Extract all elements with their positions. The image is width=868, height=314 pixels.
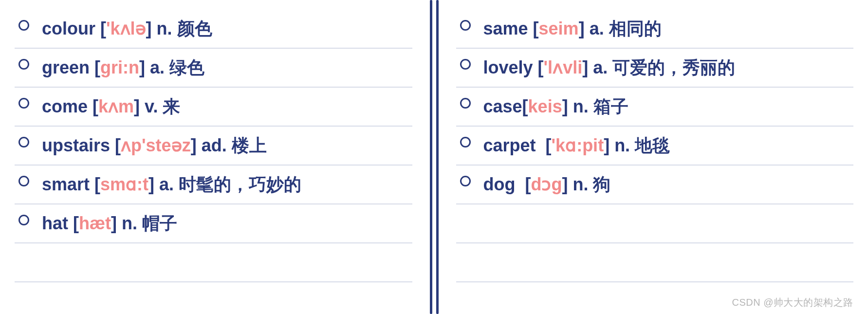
vocab-text: dog [dɔg] n. 狗 [483,176,611,193]
close-bracket: ] [139,57,150,77]
vocab-text: hat [hæt] n. 帽子 [42,215,177,232]
spine-line [436,0,439,314]
vocab-row: carpet ['kɑ:pit] n. 地毯 [456,127,854,166]
part-of-speech: a. [150,57,165,77]
bullet-icon [460,20,471,31]
vocab-row: lovely ['lʌvli] a. 可爱的，秀丽的 [456,49,854,88]
left-page: colour ['kʌlə] n. 颜色green [gri:n] a. 绿色c… [0,0,427,314]
vocab-text: case[keis] n. 箱子 [483,98,628,115]
open-bracket: [ [95,18,106,38]
bullet-icon [18,98,29,109]
bullet-icon [460,137,471,148]
open-bracket: [ [110,135,121,155]
bullet-icon [460,176,471,186]
vocab-row: hat [hæt] n. 帽子 [15,204,412,243]
part-of-speech: n. [122,213,137,233]
definition: 帽子 [137,213,177,233]
part-of-speech: a. [593,57,608,77]
close-bracket: ] [191,135,202,155]
open-bracket: [ [528,18,539,38]
watermark-text: CSDN @帅大大的架构之路 [732,296,853,309]
close-bracket: ] [148,174,159,194]
vocab-row: smart [smɑ:t] a. 时髦的，巧妙的 [15,166,412,204]
bullet-icon [18,20,29,31]
definition: 绿色 [165,57,204,77]
ipa: smɑ:t [100,174,148,194]
definition: 地毯 [630,135,670,155]
ipa: 'kʌlə [106,18,146,38]
ipa: keis [528,96,562,116]
spine-line [430,0,432,314]
vocab-row: dog [dɔg] n. 狗 [456,166,854,204]
open-bracket: [ [90,174,100,194]
part-of-speech: n. [614,135,630,155]
ipa: kʌm [98,96,134,116]
word: dog [483,174,516,194]
part-of-speech: ad. [202,135,227,155]
close-bracket: ] [582,57,593,77]
ipa: ʌp'steəz [121,135,191,155]
word: come [42,96,88,116]
word: carpet [483,135,536,155]
vocab-text: carpet ['kɑ:pit] n. 地毯 [483,137,670,154]
open-bracket: [ [533,57,544,77]
vocab-text: green [gri:n] a. 绿色 [42,59,204,76]
close-bracket: ] [562,174,573,194]
bullet-icon [18,176,29,186]
vocab-text: same [seim] a. 相同的 [483,20,662,37]
open-bracket: [ [536,135,552,155]
vocab-row: come [kʌm] v. 来 [15,88,412,127]
word: same [483,18,528,38]
open-bracket: [ [515,174,531,194]
bullet-icon [18,59,29,70]
vocab-text: upstairs [ʌp'steəz] ad. 楼上 [42,137,267,154]
definition: 时髦的，巧妙的 [174,174,301,194]
bullet-icon [18,215,29,225]
open-bracket: [ [68,213,79,233]
definition: 箱子 [589,96,628,116]
definition: 狗 [588,174,610,194]
word: lovely [483,57,533,77]
bullet-icon [18,137,29,148]
definition: 颜色 [172,18,212,38]
ipa: dɔg [531,174,562,194]
open-bracket: [ [522,96,528,116]
close-bracket: ] [604,135,614,155]
part-of-speech: n. [573,174,588,194]
word: case [483,96,522,116]
ipa: 'kɑ:pit [552,135,604,155]
definition: 楼上 [227,135,267,155]
word: upstairs [42,135,110,155]
vocab-text: lovely ['lʌvli] a. 可爱的，秀丽的 [483,59,736,76]
vocab-text: colour ['kʌlə] n. 颜色 [42,20,212,37]
notebook-spine [427,0,442,314]
ipa: hæt [79,213,111,233]
ipa: gri:n [100,57,139,77]
close-bracket: ] [562,96,573,116]
close-bracket: ] [134,96,145,116]
vocab-row: same [seim] a. 相同的 [456,10,854,49]
vocab-row: case[keis] n. 箱子 [456,88,854,127]
vocab-text: smart [smɑ:t] a. 时髦的，巧妙的 [42,176,301,193]
open-bracket: [ [88,96,98,116]
word: smart [42,174,90,194]
right-page: same [seim] a. 相同的lovely ['lʌvli] a. 可爱的… [442,0,868,314]
close-bracket: ] [146,18,157,38]
vocab-row: green [gri:n] a. 绿色 [15,49,412,88]
close-bracket: ] [579,18,590,38]
word: hat [42,213,68,233]
empty-row [456,204,854,243]
word: colour [42,18,95,38]
close-bracket: ] [111,213,122,233]
empty-row [15,243,412,282]
ipa: seim [539,18,579,38]
bullet-icon [460,59,471,70]
definition: 可爱的，秀丽的 [608,57,735,77]
part-of-speech: a. [159,174,174,194]
open-bracket: [ [90,57,100,77]
vocab-text: come [kʌm] v. 来 [42,98,180,115]
definition: 相同的 [604,18,662,38]
part-of-speech: n. [157,18,172,38]
empty-row [456,243,854,282]
vocab-row: colour ['kʌlə] n. 颜色 [15,10,412,49]
